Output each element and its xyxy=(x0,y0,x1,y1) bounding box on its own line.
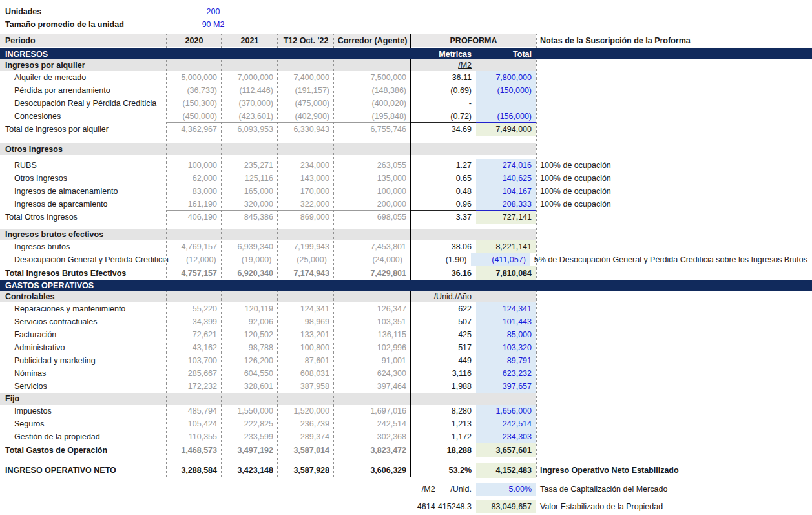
cell-2021[interactable]: 165,000 xyxy=(222,185,278,198)
cell-total[interactable]: (411,057) xyxy=(471,253,530,266)
cell-metricas[interactable]: 8,280 xyxy=(411,405,476,417)
cell-metricas[interactable]: 3.37 xyxy=(411,211,476,224)
cell-label[interactable]: Otros Ingresos xyxy=(0,172,167,185)
unidades-label[interactable]: Unidades xyxy=(0,7,161,16)
cell-2021[interactable]: 235,271 xyxy=(222,159,278,172)
cell-broker[interactable]: (148,386) xyxy=(334,84,411,97)
cell-2020[interactable] xyxy=(167,280,222,291)
cell-total[interactable]: 89,791 xyxy=(476,354,536,367)
cell-label[interactable]: Fijo xyxy=(0,393,167,405)
cell-metricas[interactable]: 36.11 xyxy=(411,71,476,84)
cell-2020[interactable]: 83,000 xyxy=(167,185,222,198)
cell-metricas[interactable]: Metricas xyxy=(411,48,476,59)
cell-note[interactable] xyxy=(536,380,812,393)
cell-metricas[interactable] xyxy=(411,393,476,405)
cell-total[interactable]: 103,320 xyxy=(476,341,536,354)
cell-t12[interactable]: (191,157) xyxy=(278,84,334,97)
cell-metricas[interactable]: 1,172 xyxy=(411,430,476,443)
cell-metricas[interactable]: 0.48 xyxy=(411,185,476,198)
cell-2021[interactable]: 125,116 xyxy=(222,172,278,185)
cell-2021[interactable] xyxy=(222,483,278,496)
cell-note[interactable] xyxy=(536,328,812,341)
cell-t12[interactable]: 98,969 xyxy=(278,315,334,328)
cell-label[interactable]: Ingresos brutos efectivos xyxy=(0,229,167,240)
cell-2021[interactable] xyxy=(222,393,278,405)
cell-label[interactable]: Pérdida por arrendamiento xyxy=(0,84,167,97)
cell-2021[interactable] xyxy=(222,48,278,59)
cell-label[interactable]: Total Gastos de Operación xyxy=(0,443,167,457)
cell-note[interactable] xyxy=(536,84,812,97)
cell-note[interactable] xyxy=(536,291,812,302)
cell-2020[interactable]: 406,190 xyxy=(167,211,222,224)
cell-note[interactable]: 100% de ocupación xyxy=(536,198,812,211)
cell-total[interactable]: 727,141 xyxy=(476,211,536,224)
cell-t12[interactable]: 143,000 xyxy=(278,172,334,185)
cell-2021[interactable]: 1,550,000 xyxy=(222,405,278,417)
cell-total[interactable]: 5.00% xyxy=(476,483,536,496)
cell-note[interactable] xyxy=(536,417,812,430)
cell-2020[interactable]: 105,424 xyxy=(167,417,222,430)
cell-2020[interactable] xyxy=(167,483,222,496)
cell-label[interactable]: Gestión de la propiedad xyxy=(0,430,167,443)
cell-label[interactable]: Seguros xyxy=(0,417,167,430)
cell-label[interactable]: RUBS xyxy=(0,159,167,172)
cell-t12[interactable]: 133,201 xyxy=(278,328,334,341)
cell-t12[interactable]: 124,341 xyxy=(278,302,334,315)
cell-broker[interactable]: 200,000 xyxy=(334,198,411,211)
cell-note[interactable] xyxy=(536,302,812,315)
cell-t12[interactable] xyxy=(278,291,334,302)
cell-t12[interactable]: 3,587,014 xyxy=(278,443,334,457)
cell-2021[interactable] xyxy=(222,59,278,71)
cell-2020[interactable]: 55,220 xyxy=(167,302,222,315)
cell-metricas-per-unit[interactable]: 415248.3 xyxy=(435,502,472,511)
cell-2021[interactable]: (19,000) xyxy=(221,253,276,266)
cell-2021[interactable]: 3,423,148 xyxy=(222,463,278,478)
unidades-value[interactable]: 200 xyxy=(161,7,265,16)
cell-broker[interactable]: 3,823,472 xyxy=(334,443,411,457)
cell-2021[interactable]: 222,825 xyxy=(222,417,278,430)
cell-broker[interactable]: 136,115 xyxy=(334,328,411,341)
cell-broker[interactable]: 3,606,329 xyxy=(334,463,411,478)
cell-total[interactable]: 274,016 xyxy=(476,159,536,172)
unit-size-value[interactable]: 90 M2 xyxy=(161,20,265,29)
cell-total[interactable]: 623,232 xyxy=(476,367,536,380)
cell-2021[interactable]: 6,093,953 xyxy=(222,123,278,136)
cell-t12[interactable]: 234,000 xyxy=(278,159,334,172)
cell-t12-header[interactable]: T12 Oct. '22 xyxy=(278,34,334,47)
cell-2020[interactable]: 62,000 xyxy=(167,172,222,185)
cell-2021[interactable]: 6,920,340 xyxy=(222,266,278,280)
cell-t12[interactable]: (402,900) xyxy=(278,110,334,123)
cell-note[interactable]: 100% de ocupación xyxy=(536,185,812,198)
cell-metricas[interactable]: 34.69 xyxy=(411,123,476,136)
cell-label[interactable]: Ingresos por alquiler xyxy=(0,59,167,71)
cell-metricas[interactable]: 517 xyxy=(411,341,476,354)
cell-2020[interactable] xyxy=(167,393,222,405)
cell-metricas[interactable]: 36.16 xyxy=(411,266,476,280)
cell-t12[interactable]: 3,587,928 xyxy=(278,463,334,478)
cell-label[interactable] xyxy=(0,483,167,496)
cell-t12[interactable] xyxy=(278,229,334,240)
cell-2020[interactable]: 100,000 xyxy=(167,159,222,172)
cell-2020[interactable]: 161,190 xyxy=(167,198,222,211)
cell-note[interactable] xyxy=(536,48,812,59)
cell-note[interactable] xyxy=(536,71,812,84)
cell-broker[interactable]: 7,500,000 xyxy=(334,71,411,84)
cell-2020[interactable]: 110,355 xyxy=(167,430,222,443)
cell-total[interactable]: 104,167 xyxy=(476,185,536,198)
cell-label[interactable]: INGRESOS xyxy=(0,48,167,59)
cell-broker[interactable]: (195,848) xyxy=(334,110,411,123)
cell-2021[interactable]: 845,386 xyxy=(222,211,278,224)
cell-metricas[interactable] xyxy=(411,143,476,155)
cell-2021[interactable]: (370,000) xyxy=(222,97,278,110)
cell-2020[interactable]: 1,468,573 xyxy=(167,443,222,457)
cell-note[interactable] xyxy=(536,266,812,280)
cell-label[interactable]: Desocupación General y Pérdida Creditici… xyxy=(0,253,167,266)
cell-2020[interactable] xyxy=(167,229,222,240)
cell-t12[interactable] xyxy=(278,280,334,291)
cell-note[interactable] xyxy=(536,110,812,123)
cell-metricas[interactable]: 0.96 xyxy=(411,198,476,211)
cell-broker[interactable]: 263,055 xyxy=(334,159,411,172)
cell-broker[interactable] xyxy=(334,280,411,291)
cell-broker[interactable]: 6,755,746 xyxy=(334,123,411,136)
cell-label[interactable]: Alquiler de mercado xyxy=(0,71,167,84)
